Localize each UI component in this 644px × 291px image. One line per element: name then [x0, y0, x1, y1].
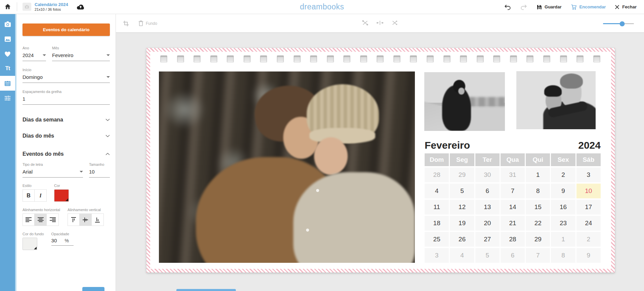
home-icon[interactable]	[4, 3, 11, 10]
calendar-date-cell[interactable]: 17	[576, 200, 601, 214]
camera-placeholder-icon[interactable]	[23, 3, 31, 11]
sidebar-item-text[interactable]: Tt	[0, 61, 15, 76]
calendar-date-cell[interactable]: 31	[501, 167, 525, 182]
bold-button[interactable]: B	[23, 189, 35, 202]
calendar-date-cell[interactable]: 23	[551, 216, 575, 231]
align-top-button[interactable]	[68, 213, 80, 226]
sidebar-item-camera[interactable]	[0, 17, 15, 32]
calendar-date-cell[interactable]: 11	[425, 200, 449, 214]
calendar-date-cell[interactable]: 28	[425, 167, 449, 182]
calendar-date-cell[interactable]: 27	[475, 232, 500, 247]
font-size-input[interactable]	[89, 166, 110, 178]
zoom-slider-fill	[603, 23, 622, 24]
order-button[interactable]: Encomendar	[570, 4, 606, 10]
calendar-date-cell[interactable]: 16	[551, 200, 575, 214]
calendar-date-cell[interactable]: 25	[425, 232, 449, 247]
divider	[17, 2, 17, 11]
calendar-date-cell[interactable]: 6	[501, 248, 525, 263]
zoom-slider-thumb[interactable]	[620, 21, 625, 26]
calendar-date-cell[interactable]: 6	[475, 184, 500, 198]
align-bottom-button[interactable]	[92, 213, 104, 226]
calendar-date-cell[interactable]: 10	[576, 184, 601, 198]
calendar-date-cell[interactable]: 19	[450, 216, 474, 231]
sidebar-item-settings[interactable]	[0, 91, 15, 105]
sidebar-item-heart[interactable]	[0, 46, 15, 61]
section-monthdays[interactable]: Dias do mês	[23, 133, 110, 139]
calendar-date-cell[interactable]: 8	[551, 248, 575, 263]
close-button[interactable]: Fechar	[614, 4, 637, 10]
calendar-date-cell[interactable]: 28	[501, 232, 525, 247]
calendar-date-cell[interactable]: 5	[450, 184, 474, 198]
calendar-date-cell[interactable]: 22	[526, 216, 550, 231]
calendar-date-cell[interactable]: 24	[576, 216, 601, 231]
italic-button[interactable]: I	[35, 189, 47, 202]
save-button[interactable]: Guardar	[536, 4, 562, 10]
calendar-date-cell[interactable]: 1	[526, 167, 550, 182]
event-color-swatch[interactable]	[54, 189, 69, 202]
calendar-events-button[interactable]: Eventos do calendário	[23, 23, 110, 36]
section-weekdays[interactable]: Dias da semana	[23, 117, 110, 123]
shuffle-icon[interactable]	[391, 19, 398, 28]
close-label: Fechar	[622, 4, 637, 9]
calendar-date-cell[interactable]: 8	[526, 184, 550, 198]
calendar-date-cell[interactable]: 3	[425, 248, 449, 263]
redo-icon[interactable]	[520, 4, 527, 10]
calendar-date-cell[interactable]: 12	[450, 200, 474, 214]
calendar-date-cell[interactable]: 30	[475, 167, 500, 182]
main-photo[interactable]	[159, 71, 415, 263]
calendar-date-cell[interactable]: 4	[450, 248, 474, 263]
calendar-date-cell[interactable]: 14	[501, 200, 525, 214]
calendar-date-cell[interactable]: 9	[576, 248, 601, 263]
calendar-date-cell[interactable]: 2	[576, 232, 601, 247]
calendar-year-title[interactable]: 2024	[578, 140, 601, 151]
calendar-month-title[interactable]: Fevereiro	[425, 140, 470, 151]
small-photo-right[interactable]	[516, 71, 596, 129]
font-value: Arial	[23, 169, 33, 175]
calendar-date-cell[interactable]: 3	[576, 167, 601, 182]
swap-icon[interactable]	[361, 19, 369, 28]
year-select[interactable]: 2024	[23, 50, 46, 61]
undo-icon[interactable]	[504, 4, 511, 10]
project-subtitle: 21x10 / 36 fotos	[35, 7, 68, 12]
calendar-date-cell[interactable]: 18	[425, 216, 449, 231]
apply-button[interactable]: Aplicar	[82, 287, 104, 291]
calendar-date-cell[interactable]: 26	[450, 232, 474, 247]
sidebar-item-calendar[interactable]	[0, 76, 15, 91]
background-color-swatch[interactable]	[23, 238, 37, 250]
grid-spacing-input[interactable]	[23, 94, 110, 105]
binding-hole	[576, 55, 584, 62]
start-day-select[interactable]: Domingo	[23, 72, 110, 83]
opacity-input[interactable]	[51, 238, 60, 243]
align-left-button[interactable]	[23, 213, 35, 226]
calendar-weekday-header: Qua	[501, 153, 525, 166]
calendar-date-cell[interactable]: 21	[501, 216, 525, 231]
calendar-date-cell[interactable]: 29	[526, 232, 550, 247]
calendar-date-cell[interactable]: 13	[475, 200, 500, 214]
month-select[interactable]: Fevereiro	[52, 50, 110, 61]
calendar-settings-panel: Eventos do calendário Ano 2024 Mês Fever…	[15, 14, 116, 291]
flip-horizontal-icon[interactable]	[376, 19, 384, 28]
align-right-button[interactable]	[47, 213, 59, 226]
calendar-date-cell[interactable]: 7	[501, 184, 525, 198]
section-monthevents[interactable]: Eventos do mês	[23, 151, 110, 157]
calendar-date-cell[interactable]: 4	[425, 184, 449, 198]
calendar-date-cell[interactable]: 2	[551, 167, 575, 182]
small-photo-left[interactable]	[424, 72, 505, 131]
page-strip-indicator[interactable]	[176, 289, 236, 291]
align-middle-icon	[82, 217, 89, 223]
delete-background-button[interactable]: Fundo	[138, 20, 157, 27]
calendar-date-cell[interactable]: 5	[475, 248, 500, 263]
crop-icon[interactable]	[123, 20, 129, 27]
sidebar-item-image[interactable]	[0, 32, 15, 46]
calendar-date-cell[interactable]: 1	[551, 232, 575, 247]
align-middle-button[interactable]	[80, 213, 92, 226]
align-center-button[interactable]	[35, 213, 47, 226]
calendar-date-cell[interactable]: 9	[551, 184, 575, 198]
font-select[interactable]: Arial	[23, 166, 83, 178]
panel-scrollbar[interactable]	[15, 14, 16, 291]
calendar-date-cell[interactable]: 20	[475, 216, 500, 231]
calendar-date-cell[interactable]: 29	[450, 167, 474, 182]
zoom-slider[interactable]	[603, 23, 634, 24]
calendar-date-cell[interactable]: 15	[526, 200, 550, 214]
calendar-date-cell[interactable]: 7	[526, 248, 550, 263]
